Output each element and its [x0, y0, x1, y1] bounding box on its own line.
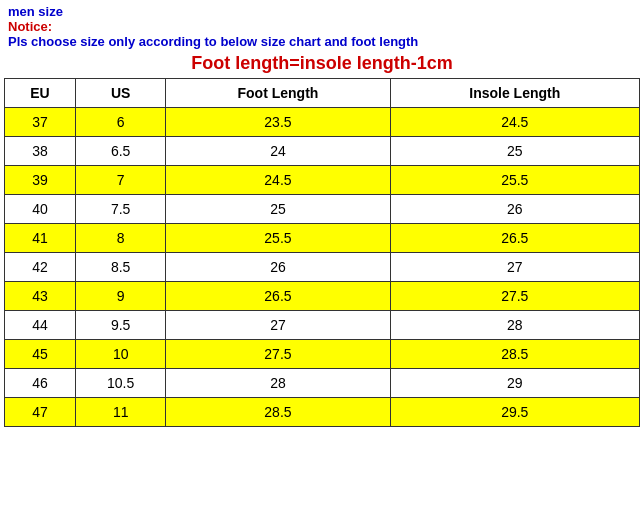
notice-label: Notice:	[8, 19, 636, 34]
cell-insole: 26.5	[390, 224, 639, 253]
table-row: 451027.528.5	[5, 340, 640, 369]
cell-insole: 24.5	[390, 108, 639, 137]
cell-us: 9	[75, 282, 165, 311]
cell-foot: 25	[166, 195, 390, 224]
cell-eu: 39	[5, 166, 76, 195]
table-header-row: EU US Foot Length Insole Length	[5, 79, 640, 108]
cell-foot: 24.5	[166, 166, 390, 195]
cell-eu: 42	[5, 253, 76, 282]
cell-eu: 45	[5, 340, 76, 369]
table-row: 471128.529.5	[5, 398, 640, 427]
cell-eu: 47	[5, 398, 76, 427]
table-row: 41825.526.5	[5, 224, 640, 253]
cell-foot: 24	[166, 137, 390, 166]
cell-insole: 27	[390, 253, 639, 282]
cell-us: 10	[75, 340, 165, 369]
col-insole-length: Insole Length	[390, 79, 639, 108]
cell-us: 9.5	[75, 311, 165, 340]
col-eu: EU	[5, 79, 76, 108]
size-table-wrapper: EU US Foot Length Insole Length 37623.52…	[0, 78, 644, 427]
col-us: US	[75, 79, 165, 108]
cell-eu: 37	[5, 108, 76, 137]
pls-label: Pls choose size only according to below …	[8, 34, 636, 49]
cell-eu: 40	[5, 195, 76, 224]
table-row: 386.52425	[5, 137, 640, 166]
col-foot-length: Foot Length	[166, 79, 390, 108]
men-size-label: men size	[8, 4, 636, 19]
table-row: 449.52728	[5, 311, 640, 340]
cell-insole: 25.5	[390, 166, 639, 195]
cell-us: 6.5	[75, 137, 165, 166]
cell-eu: 46	[5, 369, 76, 398]
cell-us: 8	[75, 224, 165, 253]
formula-label: Foot length=insole length-1cm	[8, 49, 636, 78]
cell-eu: 41	[5, 224, 76, 253]
cell-us: 6	[75, 108, 165, 137]
table-row: 428.52627	[5, 253, 640, 282]
cell-insole: 28.5	[390, 340, 639, 369]
cell-eu: 38	[5, 137, 76, 166]
table-row: 407.52526	[5, 195, 640, 224]
cell-us: 11	[75, 398, 165, 427]
cell-eu: 43	[5, 282, 76, 311]
cell-us: 8.5	[75, 253, 165, 282]
cell-foot: 28.5	[166, 398, 390, 427]
cell-insole: 26	[390, 195, 639, 224]
cell-us: 7.5	[75, 195, 165, 224]
table-row: 37623.524.5	[5, 108, 640, 137]
cell-us: 7	[75, 166, 165, 195]
cell-insole: 25	[390, 137, 639, 166]
table-row: 39724.525.5	[5, 166, 640, 195]
cell-insole: 29	[390, 369, 639, 398]
cell-us: 10.5	[75, 369, 165, 398]
table-row: 4610.52829	[5, 369, 640, 398]
cell-insole: 28	[390, 311, 639, 340]
cell-foot: 25.5	[166, 224, 390, 253]
header-section: men size Notice: Pls choose size only ac…	[0, 0, 644, 78]
cell-eu: 44	[5, 311, 76, 340]
table-row: 43926.527.5	[5, 282, 640, 311]
size-table: EU US Foot Length Insole Length 37623.52…	[4, 78, 640, 427]
cell-insole: 29.5	[390, 398, 639, 427]
cell-insole: 27.5	[390, 282, 639, 311]
cell-foot: 27	[166, 311, 390, 340]
cell-foot: 27.5	[166, 340, 390, 369]
cell-foot: 23.5	[166, 108, 390, 137]
cell-foot: 26	[166, 253, 390, 282]
cell-foot: 26.5	[166, 282, 390, 311]
cell-foot: 28	[166, 369, 390, 398]
